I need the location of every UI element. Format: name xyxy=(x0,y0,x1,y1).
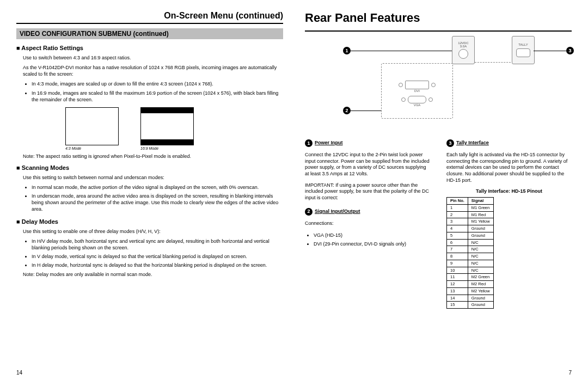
aspect-note: Note: The aspect ratio setting is ignore… xyxy=(23,154,283,159)
delay-heading: Delay Modes xyxy=(16,218,283,225)
sio-b2: DVI (29-Pin connector, DVI-D signals onl… xyxy=(314,241,430,247)
delay-bullets: In H/V delay mode, both horizontal sync … xyxy=(32,238,283,269)
page-number-left: 14 xyxy=(16,370,22,376)
aspect-p1: Use to switch between 4:3 and 16:9 aspec… xyxy=(23,54,283,61)
tally-heading: 3 Tally Interface xyxy=(446,139,572,147)
table-row: 1M1 Green xyxy=(447,204,494,211)
tally-p1: Each tally light is activated via the HD… xyxy=(446,152,572,183)
sio-bullets: VGA (HD-15) DVI (29-Pin connector, DVI-D… xyxy=(314,232,430,247)
left-section-title: On-Screen Menu (continued) xyxy=(16,11,283,21)
delay-b2: In V delay mode, vertical sync is delaye… xyxy=(32,253,283,260)
delay-b3: In H delay mode, horizontal sync is dela… xyxy=(32,262,283,268)
sio-p1: Connections: xyxy=(305,220,430,227)
delay-note: Note: Delay modes are only available in … xyxy=(23,272,283,277)
callout-1: 1 xyxy=(343,47,351,54)
table-row: 9N/C xyxy=(447,260,494,267)
sio-heading-text: Signal Input/Output xyxy=(315,209,360,215)
power-heading-text: Power Input xyxy=(315,140,343,146)
table-row: 8N/C xyxy=(447,253,494,260)
table-row: 4Ground xyxy=(447,225,494,232)
rear-panel-diagram: 12VDC 3.0A TALLY DVI xyxy=(327,36,572,134)
dvi-vga-panel: DVI VGA xyxy=(381,63,453,119)
table-row: 2M1 Red xyxy=(447,211,494,218)
num-3-icon: 3 xyxy=(446,139,454,147)
power-label: 12VDC 3.0A xyxy=(458,41,468,48)
aspect-heading: Aspect Ratio Settings xyxy=(16,45,283,51)
feature-columns: 1 Power Input Connect the 12VDC input to… xyxy=(305,139,572,309)
callout-3: 3 xyxy=(566,47,574,54)
scan-heading: Scanning Modes xyxy=(16,164,283,171)
table-row: 13M2 Yellow xyxy=(447,287,494,295)
tally-label: TALLY xyxy=(518,43,528,46)
table-row: 3M1 Yellow xyxy=(447,218,494,225)
table-row: 11M2 Green xyxy=(447,274,494,281)
scan-b1: In normal scan mode, the active portion … xyxy=(32,184,283,191)
page-spread: On-Screen Menu (continued) VIDEO CONFIGU… xyxy=(0,0,588,380)
scan-b2: In underscan mode, area around the activ… xyxy=(32,193,283,212)
right-section-title: Rear Panel Features xyxy=(305,11,572,25)
page-number-right: 7 xyxy=(568,370,572,376)
rule-right xyxy=(305,30,572,32)
aspect-b1: In 4:3 mode, images are scaled up or dow… xyxy=(32,81,283,87)
scan-bullets: In normal scan mode, the active portion … xyxy=(32,184,283,213)
table-row: 7N/C xyxy=(447,246,494,253)
num-2-icon: 2 xyxy=(305,208,313,216)
aspect-b2: In 16:9 mode, images are scaled to fill … xyxy=(32,90,283,103)
fig-169-cap: 16:9 Mode xyxy=(140,146,158,150)
fig-169-box xyxy=(140,107,194,145)
fig-43: 4:3 Mode xyxy=(65,107,119,150)
vga-label: VGA xyxy=(414,103,421,107)
tally-heading-text: Tally Interface xyxy=(456,140,489,146)
feature-col-right: 3 Tally Interface Each tally light is ac… xyxy=(446,139,572,309)
table-row: 12M2 Red xyxy=(447,281,494,288)
feature-col-left: 1 Power Input Connect the 12VDC input to… xyxy=(305,139,430,309)
power-p2: IMPORTANT: If using a power source other… xyxy=(305,182,430,201)
table-row: 6N/C xyxy=(447,239,494,246)
rule-left xyxy=(16,23,283,24)
pin-th1: Pin No. xyxy=(447,198,468,205)
sio-b1: VGA (HD-15) xyxy=(314,232,430,238)
num-1-icon: 1 xyxy=(305,139,313,147)
pinout-caption: Tally Interface: HD-15 Pinout xyxy=(446,188,572,195)
right-column: Rear Panel Features 12VDC 3.0A TALLY xyxy=(305,11,572,375)
fig-43-box xyxy=(65,107,119,145)
aspect-p2: As the V-R1042DP-DVI monitor has a nativ… xyxy=(23,64,283,77)
fig-43-cap: 4:3 Mode xyxy=(65,146,81,150)
scan-p1: Use this setting to switch between norma… xyxy=(23,174,283,181)
callout-2: 2 xyxy=(343,107,351,114)
mode-figures: 4:3 Mode 16:9 Mode xyxy=(65,107,283,150)
submenu-bar: VIDEO CONFIGURATION SUBMENU (continued) xyxy=(16,28,283,39)
power-heading: 1 Power Input xyxy=(305,139,430,147)
table-row: 14Ground xyxy=(447,295,494,302)
power-p1: Connect the 12VDC input to the 2-Pin twi… xyxy=(305,152,430,177)
tally-connector: TALLY xyxy=(512,36,535,64)
fig-169: 16:9 Mode xyxy=(140,107,194,150)
sio-heading: 2 Signal Input/Output xyxy=(305,208,430,216)
table-row: 10N/C xyxy=(447,267,494,274)
dvi-label: DVI xyxy=(414,89,420,93)
aspect-bullets: In 4:3 mode, images are scaled up or dow… xyxy=(32,81,283,102)
pin-th2: Signal xyxy=(468,198,493,205)
delay-b1: In H/V delay mode, both horizontal sync … xyxy=(32,238,283,251)
left-column: On-Screen Menu (continued) VIDEO CONFIGU… xyxy=(16,11,283,375)
table-row: 15Ground xyxy=(447,302,494,309)
delay-p1: Use this setting to enable one of three … xyxy=(23,228,283,235)
table-row: 5Ground xyxy=(447,232,494,239)
power-connector: 12VDC 3.0A xyxy=(452,36,475,64)
pinout-table: Pin No. Signal 1M1 Green2M1 Red3M1 Yello… xyxy=(446,197,494,309)
